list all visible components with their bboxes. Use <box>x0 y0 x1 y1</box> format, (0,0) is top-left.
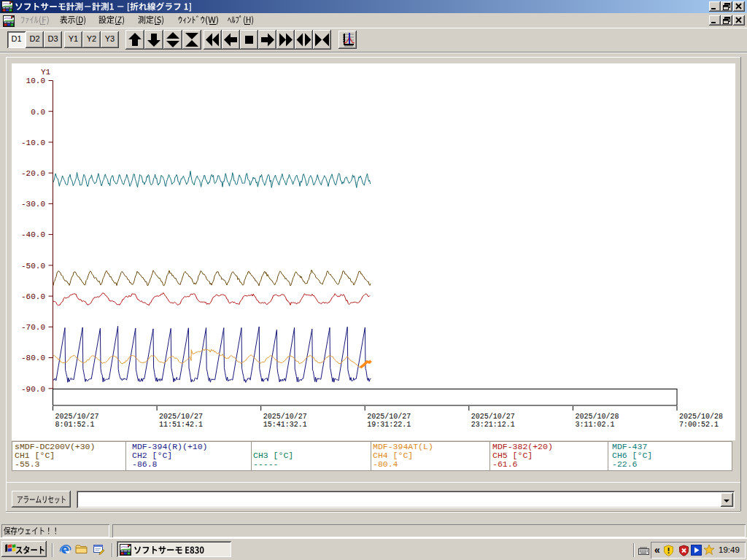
svg-text:2025/10/27: 2025/10/27 <box>367 413 411 421</box>
svg-text:2025/10/27: 2025/10/27 <box>159 413 203 421</box>
svg-text:10.0: 10.0 <box>26 77 45 85</box>
svg-text:2025/10/27: 2025/10/27 <box>55 413 99 421</box>
svg-text:-50.0: -50.0 <box>21 262 45 271</box>
svg-text:-20.0: -20.0 <box>21 169 45 178</box>
svg-text:-70.0: -70.0 <box>21 323 45 332</box>
svg-text:3:11:02.1: 3:11:02.1 <box>575 421 614 429</box>
svg-text:8:01:52.1: 8:01:52.1 <box>55 421 95 429</box>
svg-text:-60.0: -60.0 <box>21 292 45 301</box>
svg-text:-30.0: -30.0 <box>21 200 45 209</box>
svg-text:0.0: 0.0 <box>31 108 45 117</box>
svg-text:23:21:12.1: 23:21:12.1 <box>471 421 515 429</box>
svg-text:-80.0: -80.0 <box>21 354 45 362</box>
svg-text:2025/10/28: 2025/10/28 <box>679 413 723 421</box>
svg-text:2025/10/27: 2025/10/27 <box>263 413 307 421</box>
svg-text:2025/10/28: 2025/10/28 <box>575 413 619 421</box>
svg-text:19:31:22.1: 19:31:22.1 <box>367 421 411 429</box>
svg-text:Y1: Y1 <box>41 68 51 77</box>
svg-text:11:51:42.1: 11:51:42.1 <box>159 421 203 429</box>
svg-text:15:41:32.1: 15:41:32.1 <box>263 421 307 429</box>
svg-text:7:00:52.1: 7:00:52.1 <box>679 421 719 429</box>
svg-text:-40.0: -40.0 <box>21 230 45 239</box>
svg-text:2025/10/27: 2025/10/27 <box>471 413 515 421</box>
svg-text:-10.0: -10.0 <box>21 139 45 147</box>
svg-text:-90.0: -90.0 <box>21 385 45 394</box>
